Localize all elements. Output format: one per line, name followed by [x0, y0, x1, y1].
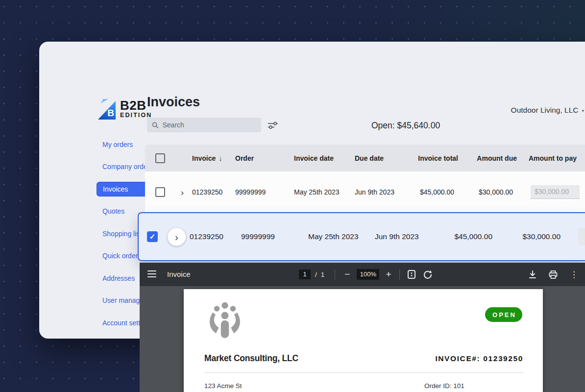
- column-invoice[interactable]: Invoice ↓: [192, 154, 235, 162]
- rotate-icon: [422, 270, 433, 280]
- cell-due-date: Jun 9th 2023: [355, 188, 412, 196]
- column-invoice-date[interactable]: Invoice date: [294, 154, 355, 162]
- cell-invoice-date: May 25th 2023: [294, 188, 355, 196]
- download-button[interactable]: [529, 270, 536, 279]
- cell-invoice: 01239250: [192, 188, 235, 196]
- cell-invoice: 01239250: [190, 232, 241, 241]
- column-due-date[interactable]: Due date: [355, 154, 412, 162]
- zoom-out-button[interactable]: −: [344, 269, 350, 280]
- company-logo-icon: [204, 302, 245, 340]
- order-id: Order ID: 101: [424, 382, 464, 390]
- filter-button[interactable]: [268, 121, 278, 130]
- expand-row-icon: ›: [175, 232, 178, 242]
- chevron-down-icon: ▾: [582, 108, 584, 113]
- table-row[interactable]: › 01239250 99999999 May 25th 2023 Jun 9t…: [145, 172, 585, 213]
- page-total: 1: [321, 271, 325, 278]
- amount-to-pay-input[interactable]: [578, 228, 585, 245]
- invoice-table-header: Invoice ↓ Order Invoice date Due date In…: [145, 145, 585, 172]
- search-input[interactable]: [162, 121, 256, 129]
- search-icon: [152, 122, 158, 129]
- expand-row-button[interactable]: ›: [168, 228, 186, 246]
- cell-invoice-total: $45,000.00: [420, 188, 454, 196]
- zoom-level[interactable]: 100%: [357, 269, 379, 280]
- toolbar-divider: [399, 270, 400, 280]
- cell-amount-due: $30,000.00: [522, 232, 561, 241]
- print-icon: [549, 270, 558, 279]
- expand-row-icon[interactable]: ›: [181, 188, 184, 197]
- cell-invoice-date: May 25th 2023: [308, 232, 375, 241]
- page-title: Invoices: [147, 95, 200, 110]
- zoom-in-button[interactable]: +: [386, 269, 391, 280]
- menu-icon[interactable]: [147, 270, 156, 277]
- row-checkbox[interactable]: [155, 187, 165, 197]
- cell-order: 99999999: [235, 188, 294, 196]
- cell-amount-due: $30,000.00: [479, 188, 513, 196]
- download-icon: [529, 270, 536, 279]
- column-amount-due[interactable]: Amount due: [477, 154, 517, 162]
- print-button[interactable]: [549, 270, 558, 279]
- divider: [204, 372, 523, 373]
- column-amount-to-pay[interactable]: Amount to pay: [529, 154, 577, 162]
- invoice-number: INVOICE#: 01239250: [435, 354, 523, 363]
- page-separator: /: [315, 271, 317, 278]
- account-name: Outdoor Living, LLC: [511, 106, 579, 115]
- logo-mark-letter: B: [107, 108, 114, 119]
- cell-order: 99999999: [241, 232, 308, 241]
- cell-due-date: Jun 9th 2023: [375, 232, 448, 241]
- check-icon: ✓: [149, 232, 156, 241]
- pdf-document-title: Invoice: [167, 270, 191, 278]
- more-options-button[interactable]: ⋮: [570, 270, 578, 279]
- page-number-input[interactable]: 1: [299, 270, 311, 279]
- open-balance-summary: Open: $45,640.00: [371, 121, 440, 131]
- vendor-address-line: 123 Acme St: [204, 382, 242, 390]
- status-badge: OPEN: [485, 307, 522, 322]
- fit-page-icon: [407, 270, 416, 279]
- column-order[interactable]: Order: [235, 154, 294, 162]
- cell-invoice-total: $45,000.00: [454, 232, 492, 241]
- pdf-viewer-canvas[interactable]: OPEN Market Consulting, LLC INVOICE#: 01…: [140, 286, 585, 392]
- column-invoice-total[interactable]: Invoice total: [418, 154, 458, 162]
- row-checkbox-checked[interactable]: ✓: [147, 231, 158, 242]
- amount-to-pay-input[interactable]: $30,000.00: [531, 185, 580, 199]
- b2b-logo-icon: B: [98, 99, 117, 120]
- invoice-document-page: OPEN Market Consulting, LLC INVOICE#: 01…: [184, 289, 543, 392]
- search-box[interactable]: [147, 118, 261, 132]
- select-all-checkbox[interactable]: [155, 153, 165, 163]
- filter-icon: [268, 121, 278, 130]
- pdf-viewer-toolbar: Invoice 1 / 1 − 100% +: [140, 263, 585, 286]
- table-row-selected[interactable]: ✓ › 01239250 99999999 May 25th 2023 Jun …: [138, 212, 585, 261]
- b2b-edition-logo: B B2B EDITION: [98, 99, 152, 120]
- sort-desc-icon[interactable]: ↓: [219, 154, 222, 162]
- toolbar-divider: [335, 270, 335, 280]
- vendor-company-name: Market Consulting, LLC: [204, 353, 298, 364]
- rotate-button[interactable]: [422, 270, 433, 280]
- account-switcher[interactable]: Outdoor Living, LLC ▾: [511, 106, 584, 115]
- fit-to-page-button[interactable]: [407, 270, 416, 279]
